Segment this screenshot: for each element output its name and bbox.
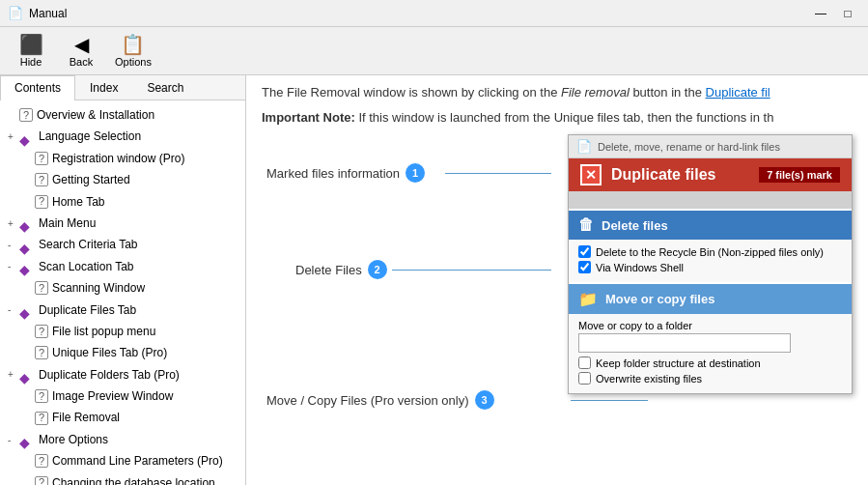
options-button[interactable]: 📋 Options <box>108 32 158 71</box>
tree-item-language[interactable]: +◆Language Selection <box>0 126 245 147</box>
tree-item-home-tab[interactable]: ?Home Tab <box>0 191 245 213</box>
tree-icon-unique-files: ? <box>35 346 48 359</box>
move-section-header: 📁 Move or copy files <box>569 284 852 314</box>
back-button[interactable]: ◀ Back <box>58 32 104 71</box>
back-icon: ◀ <box>74 35 89 54</box>
tree-item-overview[interactable]: ?Overview & Installation <box>0 104 245 126</box>
minimize-button[interactable]: — <box>808 3 833 24</box>
ann-badge-3: 3 <box>475 390 494 410</box>
tree-item-duplicate-folders[interactable]: +◆Duplicate Folders Tab (Pro) <box>0 364 245 385</box>
tree-item-main-menu[interactable]: +◆Main Menu <box>0 213 245 234</box>
tree-icon-more-options: ◆ <box>19 432 35 447</box>
checkbox-overwrite: Overwrite existing files <box>578 372 842 385</box>
ann-line-3 <box>571 400 648 401</box>
popup-title-text: Delete, move, rename or hard-link files <box>598 141 780 153</box>
checkbox-folder-input[interactable] <box>578 357 591 369</box>
annotation-1: Marked files information 1 <box>266 163 425 183</box>
delete-section-body: Delete to the Recycle Bin (Non-zipped fi… <box>569 240 852 282</box>
app-icon: 📄 <box>8 6 23 21</box>
ann-label-3: Move / Copy Files (Pro version only) <box>266 393 469 408</box>
expand-icon-main-menu: + <box>8 215 19 232</box>
popup-title-icon: 📄 <box>576 139 592 154</box>
checkbox-folder-label: Keep folder structure at destination <box>596 357 761 369</box>
ann-badge-1: 1 <box>406 163 425 183</box>
hide-icon: ⬛ <box>19 35 43 54</box>
tree-icon-overview: ? <box>19 108 33 122</box>
hide-label: Hide <box>20 56 42 68</box>
tree-label-command-line: Command Line Parameters (Pro) <box>52 451 223 471</box>
content-link[interactable]: Duplicate fil <box>706 85 770 100</box>
checkbox-recycle: Delete to the Recycle Bin (Non-zipped fi… <box>578 245 842 258</box>
move-section-body: Move or copy to a folder Keep folder str… <box>569 314 852 393</box>
tree-icon-duplicate-files-tab: ◆ <box>19 302 35 318</box>
delete-section-header: 🗑 Delete files <box>569 211 852 240</box>
hide-button[interactable]: ⬛ Hide <box>8 32 54 71</box>
tree-label-unique-files: Unique Files Tab (Pro) <box>52 343 167 362</box>
move-input-label: Move or copy to a folder <box>578 320 842 331</box>
checkbox-recycle-input[interactable] <box>578 245 591 258</box>
tree-item-registration[interactable]: ?Registration window (Pro) <box>0 148 245 169</box>
checkbox-overwrite-input[interactable] <box>578 372 591 385</box>
tree-label-more-options: More Options <box>39 430 108 449</box>
checkbox-shell-input[interactable] <box>578 261 591 273</box>
tree-label-search-criteria: Search Criteria Tab <box>39 235 138 254</box>
tree-label-duplicate-files-tab: Duplicate Files Tab <box>39 300 136 320</box>
annotation-2: Delete Files 2 <box>295 260 387 279</box>
tree-item-more-options[interactable]: -◆More Options <box>0 429 245 450</box>
annotation-3: Move / Copy Files (Pro version only) 3 <box>266 390 494 410</box>
tree-item-unique-files[interactable]: ?Unique Files Tab (Pro) <box>0 342 245 363</box>
delete-icon: 🗑 <box>578 216 594 234</box>
ann-label-1: Marked files information <box>266 166 400 181</box>
tree-container: ?Overview & Installation+◆Language Selec… <box>0 100 245 485</box>
popup-header-red: ✕ Duplicate files 7 file(s) mark <box>569 158 852 191</box>
popup-title-bar: 📄 Delete, move, rename or hard-link file… <box>569 135 852 158</box>
tree-item-file-removal[interactable]: ?File Removal <box>0 407 245 428</box>
tab-contents[interactable]: Contents <box>0 75 75 100</box>
options-icon: 📋 <box>121 35 145 54</box>
tree-item-scanning-window[interactable]: ?Scanning Window <box>0 277 245 299</box>
tree-label-overview: Overview & Installation <box>37 105 154 125</box>
expand-icon-language: + <box>8 128 19 145</box>
tree-label-file-removal: File Removal <box>52 408 120 427</box>
move-input-row: Move or copy to a folder <box>578 320 842 353</box>
tree-icon-language: ◆ <box>19 129 35 145</box>
tab-search[interactable]: Search <box>132 75 198 100</box>
tree-item-image-preview[interactable]: ?Image Preview Window <box>0 385 245 407</box>
ann-label-2: Delete Files <box>295 263 362 277</box>
popup-gray-bar <box>569 191 852 209</box>
checkbox-overwrite-label: Overwrite existing files <box>596 373 702 385</box>
close-button[interactable]: ✕ <box>580 164 602 185</box>
annotation-area: Marked files information 1 Delete Files … <box>262 134 853 485</box>
tree-item-scan-location[interactable]: -◆Scan Location Tab <box>0 256 245 277</box>
tree-item-getting-started[interactable]: ?Getting Started <box>0 169 245 190</box>
tree-item-search-criteria[interactable]: -◆Search Criteria Tab <box>0 234 245 255</box>
tree-icon-duplicate-folders: ◆ <box>19 367 35 383</box>
tree-icon-getting-started: ? <box>35 173 48 186</box>
content-italic: File removal <box>561 85 630 100</box>
tree-item-duplicate-files-tab[interactable]: -◆Duplicate Files Tab <box>0 300 245 321</box>
expand-icon-duplicate-files-tab: - <box>8 301 19 318</box>
toolbar: ⬛ Hide ◀ Back 📋 Options <box>0 27 868 75</box>
tree-icon-search-criteria: ◆ <box>19 238 35 253</box>
content-line1: The File Removal window is shown by clic… <box>262 83 853 102</box>
tab-index[interactable]: Index <box>75 75 132 100</box>
tree-icon-command-line: ? <box>35 454 48 468</box>
tree-label-file-list-popup: File list popup menu <box>52 322 155 341</box>
file-count-badge: 7 file(s) mark <box>759 167 840 183</box>
tree-item-file-list-popup[interactable]: ?File list popup menu <box>0 321 245 342</box>
expand-icon-duplicate-folders: + <box>8 366 19 383</box>
checkbox-shell: Via Windows Shell <box>578 261 842 273</box>
options-label: Options <box>115 56 152 68</box>
ann-line-1 <box>445 173 551 174</box>
tree-icon-main-menu: ◆ <box>19 215 35 231</box>
tree-item-changing-db[interactable]: ?Changing the database location <box>0 472 245 485</box>
move-input-field[interactable] <box>578 333 791 353</box>
window-controls: — □ <box>808 3 860 24</box>
tree-label-scan-location: Scan Location Tab <box>39 257 134 276</box>
tree-icon-registration: ? <box>35 152 48 165</box>
maximize-button[interactable]: □ <box>835 3 860 24</box>
expand-icon-scan-location: - <box>8 258 19 274</box>
tree-item-command-line[interactable]: ?Command Line Parameters (Pro) <box>0 450 245 471</box>
tree-label-language: Language Selection <box>39 127 141 146</box>
tree-label-getting-started: Getting Started <box>52 170 130 189</box>
